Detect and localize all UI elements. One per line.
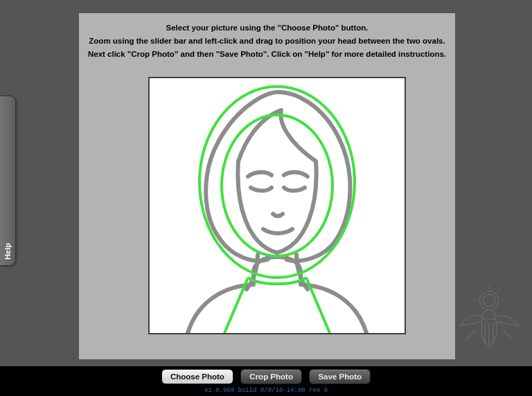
photo-frame[interactable] <box>148 77 406 334</box>
save-photo-button[interactable]: Save Photo <box>309 369 371 384</box>
button-row: Choose Photo Crop Photo Save Photo <box>0 369 532 384</box>
instruction-line-2: Zoom using the slider bar and left-click… <box>86 36 448 46</box>
stage: Select your picture using the "Choose Ph… <box>0 0 532 366</box>
svg-line-5 <box>497 289 500 292</box>
version-text: v1.0.960 build 8/8/10-14:00 rev 6 <box>0 387 532 394</box>
crop-photo-button[interactable]: Crop Photo <box>240 369 302 384</box>
instruction-line-1: Select your picture using the "Choose Ph… <box>86 23 448 33</box>
svg-point-2 <box>480 291 499 310</box>
bottom-bar: Choose Photo Crop Photo Save Photo v1.0.… <box>0 366 532 396</box>
help-tab[interactable]: Help <box>0 96 16 266</box>
instruction-line-3: Next click "Crop Photo" and then "Save P… <box>86 49 448 60</box>
svg-line-6 <box>479 289 481 292</box>
eagle-seal-icon <box>456 283 522 350</box>
instructions: Select your picture using the "Choose Ph… <box>79 13 455 66</box>
help-tab-label: Help <box>3 243 12 260</box>
app-window: Select your picture using the "Choose Ph… <box>0 0 532 396</box>
choose-photo-button[interactable]: Choose Photo <box>161 369 233 384</box>
crop-panel: Select your picture using the "Choose Ph… <box>79 13 455 359</box>
portrait-placeholder-icon <box>150 78 405 333</box>
svg-point-3 <box>483 294 495 306</box>
